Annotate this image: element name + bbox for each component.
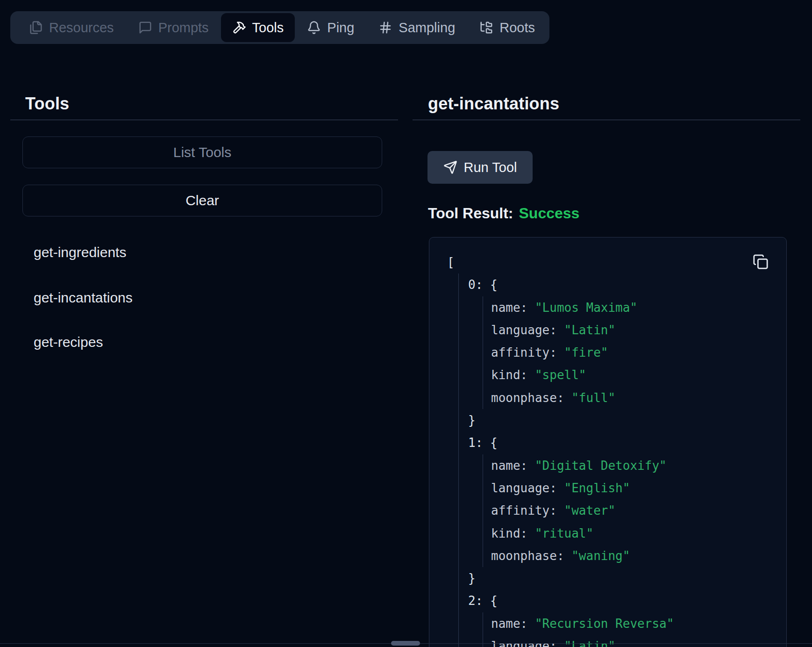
json-array-scope: 0: {name: "Lumos Maxima"language: "Latin… (458, 273, 786, 647)
json-row: language: "Latin" (491, 319, 786, 341)
json-row: 2: { (468, 589, 786, 612)
copy-icon (753, 254, 769, 270)
tool-result-label: Tool Result: (428, 205, 513, 222)
send-icon (443, 160, 457, 174)
clear-button-label: Clear (185, 193, 219, 208)
tab-bar: ResourcesPromptsToolsPingSamplingRoots (10, 11, 549, 44)
tool-result-line: Tool Result:Success (428, 205, 579, 222)
tab-label: Sampling (399, 20, 455, 36)
json-row: 1: { (468, 431, 786, 454)
json-row: kind: "spell" (491, 364, 786, 386)
tool-result-json-viewer[interactable]: [0: {name: "Lumos Maxima"language: "Lati… (429, 237, 787, 647)
tab-label: Resources (49, 20, 114, 36)
tab-label: Prompts (158, 20, 209, 36)
json-row: language: "Latin" (491, 635, 786, 647)
tab-tools[interactable]: Tools (221, 13, 295, 42)
hash-icon (378, 21, 392, 35)
right-panel-divider (413, 120, 800, 120)
json-tree: [0: {name: "Lumos Maxima"language: "Lati… (447, 251, 786, 647)
json-object-scope: name: "Digital Detoxify"language: "Engli… (483, 454, 786, 567)
tab-ping[interactable]: Ping (295, 11, 366, 44)
tool-result-status: Success (519, 205, 580, 222)
run-tool-button-label: Run Tool (464, 160, 517, 175)
json-row: [ (447, 251, 786, 273)
horizontal-scrollbar-thumb[interactable] (391, 641, 420, 646)
tab-prompts[interactable]: Prompts (126, 11, 221, 44)
list-tools-button[interactable]: List Tools (22, 137, 382, 168)
tool-list-item-get-recipes[interactable]: get-recipes (34, 333, 103, 352)
hammer-icon (232, 21, 246, 35)
left-panel-title: Tools (25, 94, 69, 114)
json-row: name: "Lumos Maxima" (491, 296, 786, 319)
tab-sampling[interactable]: Sampling (366, 11, 467, 44)
files-icon (29, 21, 43, 35)
bell-icon (307, 21, 321, 35)
selected-tool-title: get-incantations (428, 94, 559, 114)
left-panel-divider (10, 120, 398, 120)
json-row: affinity: "water" (491, 499, 786, 522)
json-row: name: "Digital Detoxify" (491, 454, 786, 477)
json-row: language: "English" (491, 477, 786, 499)
json-row: moonphase: "waning" (491, 545, 786, 567)
copy-button[interactable] (752, 253, 769, 271)
json-row: } (468, 567, 786, 589)
json-row: moonphase: "full" (491, 387, 786, 409)
list-tools-button-label: List Tools (173, 144, 232, 160)
tool-list-item-get-incantations[interactable]: get-incantations (34, 288, 133, 307)
json-row: affinity: "fire" (491, 341, 786, 364)
json-row: name: "Recursion Reversa" (491, 612, 786, 635)
message-square-icon (138, 21, 152, 35)
tab-roots[interactable]: Roots (467, 11, 547, 44)
json-row: 0: { (468, 273, 786, 296)
tab-resources[interactable]: Resources (17, 11, 126, 44)
json-row: kind: "ritual" (491, 522, 786, 545)
folder-tree-icon (479, 21, 493, 35)
tab-label: Tools (252, 20, 284, 36)
clear-button[interactable]: Clear (22, 185, 382, 216)
run-tool-button[interactable]: Run Tool (427, 151, 533, 184)
tab-label: Ping (327, 20, 354, 36)
json-object-scope: name: "Recursion Reversa"language: "Lati… (483, 612, 786, 647)
tool-list-item-get-ingredients[interactable]: get-ingredients (34, 243, 126, 262)
json-object-scope: name: "Lumos Maxima"language: "Latin"aff… (483, 296, 786, 409)
tab-label: Roots (499, 20, 535, 36)
json-row: } (468, 409, 786, 431)
